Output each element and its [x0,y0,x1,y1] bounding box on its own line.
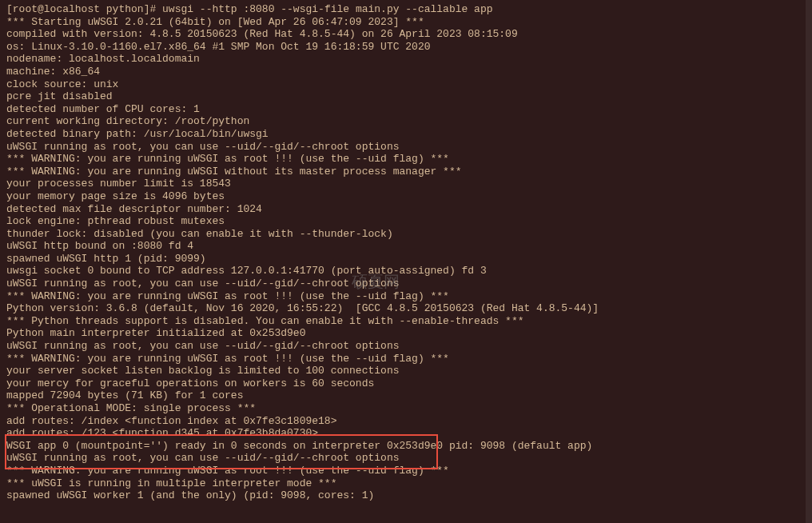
output-line: uwsgi socket 0 bound to TCP address 127.… [6,265,806,277]
output-line: Python version: 3.6.8 (default, Nov 16 2… [6,302,806,315]
output-line: add routes: /index <function index at 0x… [6,415,806,428]
output-line: Python main interpreter initialized at 0… [6,327,806,340]
output-line: uWSGI running as root, you can use --uid… [6,277,806,290]
command-text: uwsgi --http :8080 --wsgi-file main.py -… [162,3,492,15]
output-line: *** Python threads support is disabled. … [6,315,806,328]
output-line: uWSGI running as root, you can use --uid… [6,340,806,353]
output-line: spawned uWSGI worker 1 (and the only) (p… [6,489,806,502]
output-line: spawned uWSGI http 1 (pid: 9099) [6,253,806,265]
output-line: *** Operational MODE: single process *** [6,402,806,415]
scrollbar[interactable] [806,0,812,523]
output-line: detected number of CPU cores: 1 [6,103,806,116]
output-line: mapped 72904 bytes (71 KB) for 1 cores [6,389,806,402]
output-line: detected binary path: /usr/local/bin/uws… [6,128,806,141]
output-line: compiled with version: 4.8.5 20150623 (R… [6,28,806,41]
output-line: your server socket listen backlog is lim… [6,365,806,377]
output-line: machine: x86_64 [6,66,806,78]
output-line: *** uWSGI is running in multiple interpr… [6,477,806,490]
shell-prompt: [root@localhost python]# [6,3,162,15]
output-line: your processes number limit is 18543 [6,178,806,190]
output-line: your mercy for graceful operations on wo… [6,377,806,390]
output-line: *** WARNING: you are running uWSGI as ro… [6,465,806,477]
output-line: thunder lock: disabled (you can enable i… [6,228,806,241]
terminal-output[interactable]: [root@localhost python]# uwsgi --http :8… [6,3,806,502]
output-line: WSGI app 0 (mountpoint='') ready in 0 se… [6,440,806,453]
output-line: uWSGI running as root, you can use --uid… [6,141,806,154]
output-line: *** WARNING: you are running uWSGI as ro… [6,353,806,365]
output-line: detected max file descriptor number: 102… [6,203,806,216]
command-line: [root@localhost python]# uwsgi --http :8… [6,3,806,16]
output-line: uWSGI http bound on :8080 fd 4 [6,240,806,253]
output-line: uWSGI running as root, you can use --uid… [6,452,806,465]
output-line: lock engine: pthread robust mutexes [6,215,806,228]
output-line: os: Linux-3.10.0-1160.el7.x86_64 #1 SMP … [6,41,806,54]
output-line: *** WARNING: you are running uWSGI as ro… [6,153,806,166]
output-line: *** WARNING: you are running uWSGI as ro… [6,290,806,303]
output-line: *** Starting uWSGI 2.0.21 (64bit) on [We… [6,16,806,29]
output-line: your memory page size is 4096 bytes [6,190,806,203]
output-line: pcre jit disabled [6,90,806,103]
output-line: clock source: unix [6,78,806,91]
output-line: current working directory: /root/python [6,115,806,128]
output-line: *** WARNING: you are running uWSGI witho… [6,166,806,178]
output-line: nodename: localhost.localdomain [6,53,806,66]
output-line: add routes: /123 <function d345 at 0x7fe… [6,427,806,440]
